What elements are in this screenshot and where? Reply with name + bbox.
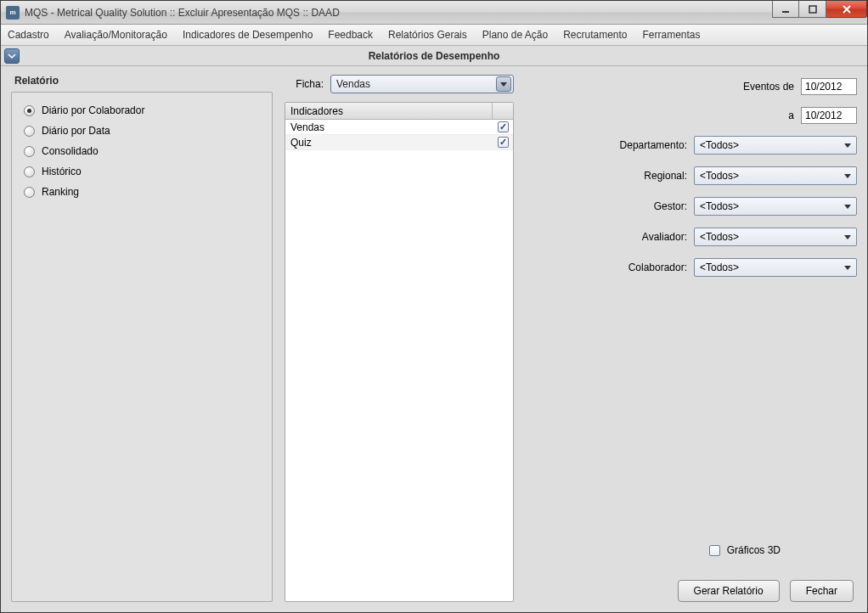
radio-historico[interactable]: Histórico <box>24 166 260 177</box>
button-row: Gerar Relatório Fechar <box>526 580 857 602</box>
radio-icon <box>24 146 35 157</box>
avaliador-value: <Todos> <box>700 231 841 243</box>
svg-rect-0 <box>782 11 789 13</box>
spacer <box>526 289 857 544</box>
radio-diario-data[interactable]: Diário por Data <box>24 125 260 137</box>
eventos-de-label: Eventos de <box>743 81 794 93</box>
indicadores-header: Indicadores <box>285 103 513 120</box>
avaliador-select[interactable]: <Todos> <box>694 228 857 246</box>
select-toggle[interactable] <box>841 200 854 213</box>
eventos-a-input[interactable]: 10/2012 <box>801 107 857 124</box>
eventos-a-value: 10/2012 <box>805 110 842 121</box>
radio-icon <box>24 166 35 177</box>
menu-plano-acao[interactable]: Plano de Ação <box>482 29 548 41</box>
menu-indicadores-desempenho[interactable]: Indicadores de Desempenho <box>183 29 313 41</box>
menu-recrutamento[interactable]: Recrutamento <box>563 29 627 41</box>
titlebar: m MQS - Metrical Quality Solution :: Exc… <box>1 1 867 25</box>
gestor-label: Gestor: <box>654 200 687 212</box>
window-title: MQS - Metrical Quality Solution :: Exclu… <box>25 7 772 19</box>
indicadores-header-label: Indicadores <box>285 103 493 119</box>
colaborador-value: <Todos> <box>700 262 841 273</box>
chevron-down-icon <box>844 174 851 178</box>
eventos-a-row: a 10/2012 <box>526 107 857 124</box>
chevron-down-icon <box>844 143 851 148</box>
radio-icon <box>24 126 35 137</box>
select-toggle[interactable] <box>841 230 854 244</box>
ficha-column: Ficha: Vendas Indicadores Vendas Quiz <box>285 75 514 602</box>
avaliador-row: Avaliador: <Todos> <box>526 228 857 246</box>
radio-label: Ranking <box>42 186 79 198</box>
regional-select[interactable]: <Todos> <box>694 166 857 185</box>
radio-label: Diário por Data <box>42 125 110 137</box>
graficos-3d-checkbox[interactable] <box>709 545 720 556</box>
maximize-button[interactable] <box>799 1 826 18</box>
maximize-icon <box>809 5 817 14</box>
chevron-down-icon <box>500 82 507 87</box>
indicador-label: Vendas <box>285 121 493 133</box>
ficha-label: Ficha: <box>285 78 324 90</box>
menu-feedback[interactable]: Feedback <box>328 29 373 41</box>
gestor-select[interactable]: <Todos> <box>694 197 857 216</box>
eventos-de-row: Eventos de 10/2012 <box>526 78 857 95</box>
filters-column: Eventos de 10/2012 a 10/2012 Departament… <box>526 75 857 602</box>
chevron-down-icon <box>8 52 16 60</box>
indicador-row-vendas[interactable]: Vendas <box>285 120 513 135</box>
indicador-row-quiz[interactable]: Quiz <box>285 135 513 150</box>
ficha-row: Ficha: Vendas <box>285 75 514 93</box>
ficha-value: Vendas <box>336 78 496 90</box>
collapse-toggle-button[interactable] <box>4 48 20 64</box>
menu-avaliacao-monitoracao[interactable]: Avaliação/Monitoração <box>65 29 167 41</box>
radio-icon <box>24 187 35 198</box>
regional-row: Regional: <Todos> <box>526 166 857 185</box>
select-toggle[interactable] <box>841 261 854 274</box>
relatorio-group-label: Relatório <box>14 75 273 87</box>
indicador-checkbox[interactable] <box>498 121 509 132</box>
radio-icon <box>24 105 35 116</box>
colaborador-row: Colaborador: <Todos> <box>526 258 857 277</box>
chevron-down-icon <box>844 205 851 209</box>
app-icon: m <box>6 6 20 20</box>
gestor-value: <Todos> <box>700 200 841 212</box>
menu-cadastro[interactable]: Cadastro <box>8 29 49 41</box>
radio-label: Consolidado <box>42 145 99 157</box>
minimize-button[interactable] <box>772 1 799 18</box>
eventos-a-label: a <box>788 110 794 121</box>
radio-diario-colaborador[interactable]: Diário por Colaborador <box>24 104 260 116</box>
menu-ferramentas[interactable]: Ferramentas <box>643 29 701 41</box>
radio-ranking[interactable]: Ranking <box>24 186 260 198</box>
colaborador-label: Colaborador: <box>628 262 687 273</box>
eventos-de-input[interactable]: 10/2012 <box>801 78 857 95</box>
radio-label: Diário por Colaborador <box>42 104 144 116</box>
menu-relatorios-gerais[interactable]: Relatórios Gerais <box>388 29 467 41</box>
gerar-relatorio-button[interactable]: Gerar Relatório <box>678 580 780 602</box>
minimize-icon <box>781 5 790 14</box>
select-toggle[interactable] <box>841 169 854 183</box>
gestor-row: Gestor: <Todos> <box>526 197 857 216</box>
relatorio-panel: Diário por Colaborador Diário por Data C… <box>11 92 273 602</box>
radio-label: Histórico <box>42 166 82 177</box>
dropdown-toggle[interactable] <box>496 76 511 92</box>
indicador-checkbox[interactable] <box>498 137 509 148</box>
ficha-dropdown[interactable]: Vendas <box>330 75 514 93</box>
radio-consolidado[interactable]: Consolidado <box>24 145 260 157</box>
graficos-3d-row: Gráficos 3D <box>526 544 857 556</box>
content-area: Relatório Diário por Colaborador Diário … <box>1 66 867 612</box>
departamento-row: Departamento: <Todos> <box>526 136 857 155</box>
button-label: Fechar <box>806 585 837 597</box>
chevron-down-icon <box>844 266 851 270</box>
indicadores-table: Indicadores Vendas Quiz <box>285 102 514 602</box>
departamento-select[interactable]: <Todos> <box>694 136 857 155</box>
svg-rect-1 <box>809 6 816 13</box>
indicadores-header-checkcol <box>493 103 513 119</box>
select-toggle[interactable] <box>841 138 854 152</box>
regional-label: Regional: <box>644 170 687 182</box>
close-button[interactable] <box>826 1 867 18</box>
eventos-de-value: 10/2012 <box>805 81 842 93</box>
indicador-label: Quiz <box>285 137 493 149</box>
window-controls <box>772 1 867 24</box>
colaborador-select[interactable]: <Todos> <box>694 258 857 277</box>
page-title: Relatórios de Desempenho <box>1 50 867 62</box>
fechar-button[interactable]: Fechar <box>790 580 854 602</box>
graficos-3d-label: Gráficos 3D <box>727 544 781 556</box>
departamento-label: Departamento: <box>620 139 687 151</box>
